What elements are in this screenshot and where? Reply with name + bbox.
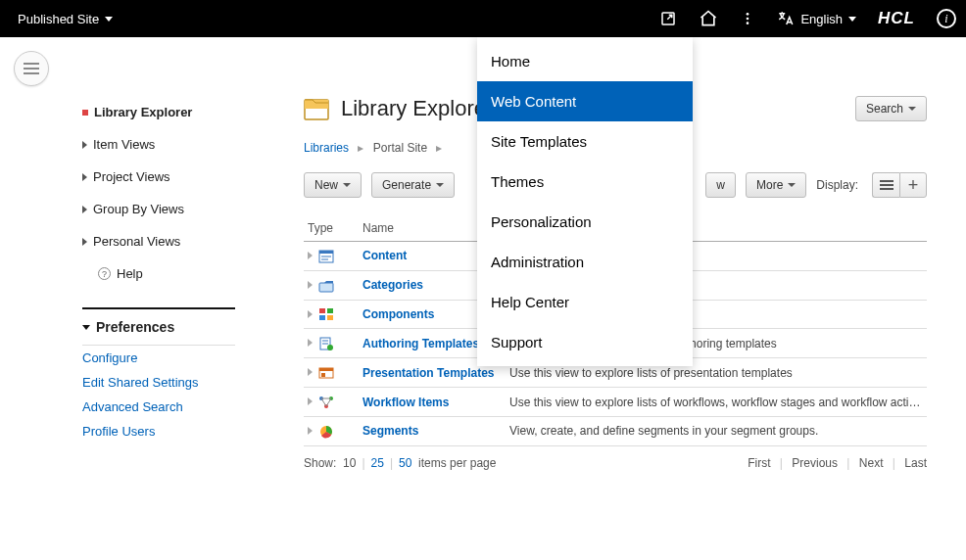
pager-last[interactable]: Last: [904, 456, 927, 470]
sidebar-item-label: Item Views: [93, 137, 155, 152]
row-description: Use this view to explore lists of workfl…: [506, 388, 927, 417]
dropdown-item-web-content[interactable]: Web Content: [477, 81, 693, 121]
svg-point-3: [747, 18, 749, 21]
pref-link-profile-users[interactable]: Profile Users: [82, 419, 235, 443]
launch-icon[interactable]: [659, 10, 677, 27]
chevron-right-icon: [82, 206, 87, 213]
pager-next[interactable]: Next: [859, 456, 884, 470]
brand-logo: HCL: [878, 9, 915, 28]
dropdown-item-help-center[interactable]: Help Center: [477, 282, 693, 322]
dropdown-item-support[interactable]: Support: [477, 322, 693, 362]
language-selector[interactable]: English: [777, 10, 856, 27]
expand-icon[interactable]: [308, 368, 313, 376]
topbar: Published Site English HCL i: [0, 0, 966, 37]
home-icon[interactable]: [699, 9, 718, 28]
svg-rect-17: [319, 283, 333, 292]
dropdown-item-home[interactable]: Home: [477, 41, 693, 81]
toolbar-button-partial[interactable]: w: [705, 172, 736, 198]
site-label: Published Site: [18, 12, 99, 26]
workflow-icon: [318, 396, 334, 409]
chevron-down-icon: [105, 17, 113, 22]
pager-option[interactable]: 25: [371, 456, 384, 470]
sidebar-item-item-views[interactable]: Item Views: [82, 128, 235, 161]
info-icon[interactable]: i: [937, 9, 956, 28]
table-row: SegmentsView, create, and define segment…: [304, 416, 927, 445]
sidebar: Library ExplorerItem ViewsProject ViewsG…: [0, 96, 274, 480]
row-description: View, create, and define segments in you…: [506, 416, 927, 445]
preferences-header[interactable]: Preferences: [82, 309, 235, 346]
preferences-label: Preferences: [96, 319, 174, 335]
active-marker-icon: [82, 110, 88, 116]
categories-icon: [318, 279, 334, 293]
generate-button[interactable]: Generate: [371, 172, 455, 198]
nav-dropdown-menu: HomeWeb ContentSite TemplatesThemesPerso…: [477, 37, 693, 366]
display-expand-button[interactable]: +: [899, 172, 927, 198]
sidebar-item-library-explorer[interactable]: Library Explorer: [82, 96, 235, 128]
pager-previous[interactable]: Previous: [792, 456, 838, 470]
sidebar-item-group-by-views[interactable]: Group By Views: [82, 193, 235, 225]
components-icon: [318, 307, 334, 321]
svg-point-4: [747, 22, 749, 24]
col-type: Type: [304, 215, 359, 242]
auth-icon: [318, 337, 334, 350]
expand-icon[interactable]: [308, 252, 313, 259]
segments-icon: [318, 425, 334, 439]
row-name-link[interactable]: Segments: [359, 416, 506, 445]
pager-option[interactable]: 50: [399, 456, 411, 470]
svg-point-25: [327, 345, 333, 350]
display-list-button[interactable]: [872, 172, 899, 198]
chevron-down-icon: [848, 17, 856, 22]
dropdown-item-themes[interactable]: Themes: [477, 162, 693, 202]
pager: Show: 10 | 25 | 50 items per page First …: [304, 446, 927, 470]
dropdown-item-administration[interactable]: Administration: [477, 242, 693, 282]
expand-icon[interactable]: [308, 397, 313, 405]
chevron-down-icon: [908, 107, 916, 111]
site-dropdown[interactable]: Published Site: [10, 12, 121, 26]
svg-rect-14: [319, 251, 333, 254]
translate-icon: [777, 10, 795, 27]
chevron-down-icon: [82, 325, 90, 330]
chevron-right-icon: ▸: [436, 141, 442, 155]
pager-first[interactable]: First: [748, 456, 770, 470]
display-label: Display:: [816, 178, 858, 192]
chevron-down-icon: [343, 183, 351, 187]
chevron-right-icon: [82, 238, 87, 246]
new-button[interactable]: New: [304, 172, 362, 198]
sidebar-item-label: Help: [117, 266, 143, 281]
expand-icon[interactable]: [308, 310, 313, 318]
per-page-label: items per page: [418, 456, 496, 470]
chevron-down-icon: [436, 183, 444, 187]
search-button[interactable]: Search: [855, 96, 927, 121]
chevron-right-icon: [82, 173, 87, 181]
pref-link-configure[interactable]: Configure: [82, 346, 235, 370]
hamburger-button[interactable]: [14, 51, 49, 86]
pref-link-edit-shared-settings[interactable]: Edit Shared Settings: [82, 370, 235, 395]
breadcrumb-link[interactable]: Libraries: [304, 141, 349, 155]
dropdown-item-personalization[interactable]: Personalization: [477, 202, 693, 242]
dropdown-item-site-templates[interactable]: Site Templates: [477, 121, 693, 162]
chevron-right-icon: [82, 141, 87, 149]
expand-icon[interactable]: [308, 427, 313, 435]
svg-rect-9: [305, 100, 328, 109]
pref-link-advanced-search[interactable]: Advanced Search: [82, 395, 235, 419]
svg-rect-28: [321, 373, 325, 377]
library-icon: [304, 97, 329, 120]
show-label: Show:: [304, 456, 336, 470]
expand-icon[interactable]: [308, 281, 313, 289]
more-button[interactable]: More: [746, 172, 806, 198]
breadcrumb-current: Portal Site: [373, 141, 427, 155]
sidebar-item-project-views[interactable]: Project Views: [82, 161, 235, 193]
svg-rect-27: [319, 368, 333, 371]
svg-rect-21: [327, 315, 333, 320]
more-icon[interactable]: [740, 11, 755, 26]
chevron-right-icon: ▸: [358, 141, 363, 155]
expand-icon[interactable]: [308, 339, 313, 347]
sidebar-item-label: Project Views: [93, 169, 170, 184]
row-name-link[interactable]: Workflow Items: [359, 388, 506, 417]
sidebar-item-label: Library Explorer: [94, 105, 192, 119]
sidebar-item-label: Personal Views: [93, 234, 180, 249]
pres-icon: [318, 366, 334, 380]
page-title: Library Explorer: [341, 96, 493, 121]
sidebar-item-help[interactable]: ? Help: [82, 257, 235, 290]
sidebar-item-personal-views[interactable]: Personal Views: [82, 225, 235, 257]
